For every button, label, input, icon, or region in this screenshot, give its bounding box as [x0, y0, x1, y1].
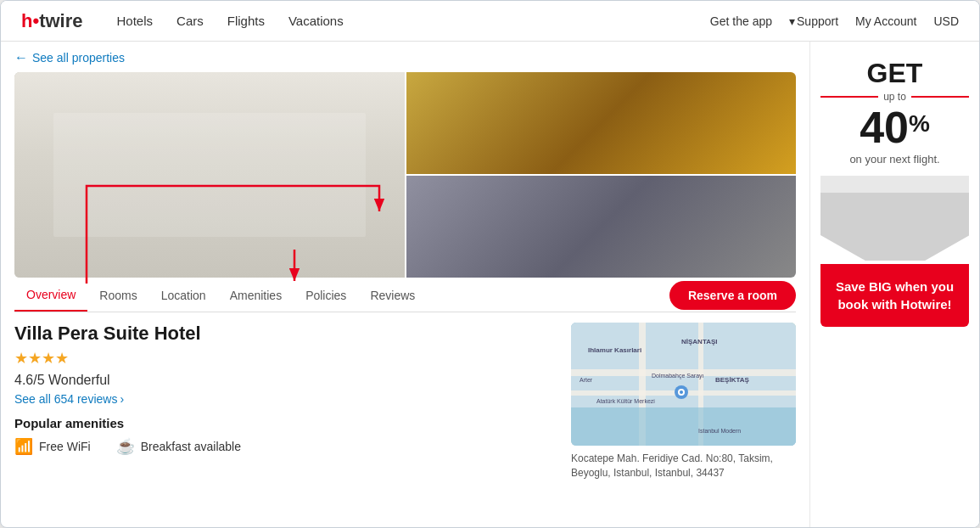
content-area: ← See all properties — [1, 42, 979, 527]
reviews-link-text: See all 654 reviews — [14, 392, 117, 406]
hotel-rating: 4.6/5 Wonderful — [14, 373, 557, 388]
nav-cars[interactable]: Cars — [176, 14, 204, 28]
map-address: Kocatepe Mah. Feridiye Cad. No:80, Taksi… — [571, 452, 796, 480]
amenities-title: Popular amenities — [14, 416, 557, 430]
svg-text:Ihlamur Kasırlari: Ihlamur Kasırlari — [588, 346, 641, 354]
amenity-breakfast: ☕ Breakfast available — [116, 437, 241, 456]
logo-dot: • — [32, 10, 39, 32]
sidebar-promo: GET up to 40 % on your next flight. — [809, 42, 979, 527]
promo-percent-sign: % — [909, 110, 930, 138]
currency-selector[interactable]: USD — [933, 14, 959, 28]
tabs-row: Overview Rooms Location Amenities Polici… — [14, 278, 796, 312]
svg-text:Dolmabahçe Sarayı: Dolmabahçe Sarayı — [652, 373, 704, 379]
map-box[interactable]: Ihlamur Kasırlari NİŞANTAŞI Arter Dolmab… — [571, 323, 796, 446]
support-link[interactable]: ▾ Support — [789, 14, 838, 28]
promo-subtitle: on your next flight. — [820, 153, 969, 166]
back-arrow-icon: ← — [14, 50, 28, 65]
svg-marker-20 — [820, 193, 969, 261]
breakfast-icon: ☕ — [116, 437, 135, 456]
svg-rect-8 — [571, 407, 796, 446]
logo-h: h — [21, 10, 32, 32]
svg-text:Istanbul Modern: Istanbul Modern — [698, 428, 741, 434]
nav-flights[interactable]: Flights — [227, 14, 265, 28]
reviews-link[interactable]: See all 654 reviews › — [14, 392, 557, 406]
amenities-list: 📶 Free WiFi ☕ Breakfast available — [14, 437, 557, 456]
support-chevron: ▾ — [789, 14, 795, 28]
promo-box: GET up to 40 % on your next flight. — [820, 59, 969, 176]
logo-rest: twire — [39, 10, 82, 32]
logo: h•twire — [21, 10, 83, 32]
promo-line-right — [911, 96, 969, 98]
amenity-breakfast-label: Breakfast available — [141, 440, 241, 453]
browser-frame: h•twire Hotels Cars Flights Vacations Ge… — [0, 0, 980, 528]
amenity-wifi: 📶 Free WiFi — [14, 437, 91, 456]
map-container: Ihlamur Kasırlari NİŞANTAŞI Arter Dolmab… — [571, 323, 796, 480]
nav-right: Get the app ▾ Support My Account USD — [710, 14, 959, 28]
get-app-link[interactable]: Get the app — [710, 14, 772, 28]
hotel-info: Villa Pera Suite Hotel ★★★★ 4.6/5 Wonder… — [14, 323, 557, 480]
chevron-svg — [820, 176, 969, 261]
nav-hotels[interactable]: Hotels — [117, 14, 154, 28]
promo-percent-number: 40 — [860, 105, 909, 149]
svg-text:Arter: Arter — [580, 377, 593, 383]
svg-text:NİŞANTAŞI: NİŞANTAŞI — [681, 338, 718, 345]
promo-up-to: up to — [820, 91, 969, 103]
promo-banner-text: Save BIG when you book with Hotwire! — [836, 279, 954, 312]
nav-vacations[interactable]: Vacations — [288, 14, 344, 28]
svg-text:BEŞİKTAŞ: BEŞİKTAŞ — [715, 376, 750, 384]
nav-bar: h•twire Hotels Cars Flights Vacations Ge… — [1, 1, 979, 42]
back-link[interactable]: ← See all properties — [14, 50, 796, 65]
map-background: Ihlamur Kasırlari NİŞANTAŞI Arter Dolmab… — [571, 323, 796, 446]
photo-top-right[interactable] — [406, 72, 797, 174]
promo-get-text: GET — [820, 59, 969, 88]
back-link-text: See all properties — [32, 51, 125, 65]
promo-up-to-text: up to — [883, 91, 906, 103]
svg-point-18 — [680, 390, 683, 394]
wifi-icon: 📶 — [14, 437, 33, 456]
tab-overview[interactable]: Overview — [14, 279, 87, 312]
map-svg: Ihlamur Kasırlari NİŞANTAŞI Arter Dolmab… — [571, 323, 796, 446]
photo-mid-right[interactable] — [406, 176, 797, 278]
hotel-details: Villa Pera Suite Hotel ★★★★ 4.6/5 Wonder… — [14, 323, 796, 480]
promo-line-left — [820, 96, 878, 98]
hotel-name: Villa Pera Suite Hotel — [14, 323, 557, 345]
main-content: ← See all properties — [1, 42, 809, 527]
svg-text:Atatürk Kültür Merkezi: Atatürk Kültür Merkezi — [596, 398, 655, 404]
promo-percent-row: 40 % — [820, 105, 969, 149]
promo-red-banner[interactable]: Save BIG when you book with Hotwire! — [820, 264, 969, 327]
reserve-room-button[interactable]: Reserve a room — [669, 281, 796, 310]
chevron-graphic — [820, 176, 969, 264]
reviews-chevron: › — [120, 392, 124, 406]
hotel-stars: ★★★★ — [14, 349, 557, 368]
my-account-link[interactable]: My Account — [855, 14, 916, 28]
amenity-wifi-label: Free WiFi — [39, 440, 91, 453]
annotation-line — [82, 177, 422, 288]
